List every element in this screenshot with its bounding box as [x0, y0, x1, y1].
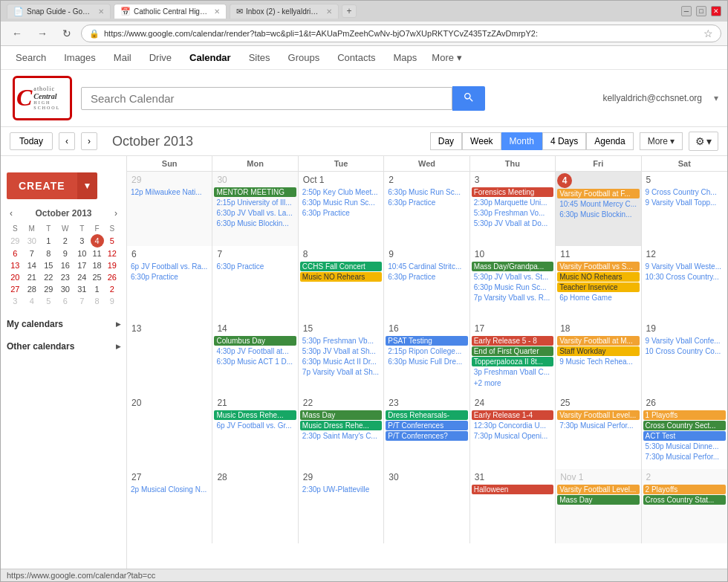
cell-date-number[interactable]: 26	[643, 396, 659, 410]
calendar-event[interactable]: 5:30p JV Vball at Do...	[472, 219, 553, 228]
mini-cal-date[interactable]: 8	[91, 295, 104, 307]
calendar-event[interactable]: 6:30p Practice	[386, 272, 467, 282]
search-input[interactable]	[81, 87, 452, 110]
mini-cal-title[interactable]: October 2013	[35, 208, 91, 219]
forward-button[interactable]: →	[32, 25, 53, 42]
back-button[interactable]: ←	[7, 25, 27, 42]
calendar-event[interactable]: Varsity Football vs S...	[557, 262, 639, 271]
google-nav-mail[interactable]: Mail	[111, 51, 134, 65]
google-nav-calendar[interactable]: Calendar	[186, 51, 234, 65]
calendar-event[interactable]: 6:30p Music ACT 1 D...	[214, 357, 296, 366]
calendar-event[interactable]: Mass Day	[300, 410, 382, 420]
mini-cal-date[interactable]: 1	[40, 234, 57, 248]
mini-cal-date[interactable]: 8	[40, 248, 57, 259]
calendar-event[interactable]: Music NO Rehears	[557, 272, 639, 282]
calendar-event[interactable]: 9 Varsity Vball Weste...	[643, 262, 726, 271]
view-day-button[interactable]: Day	[430, 132, 462, 150]
calendar-event[interactable]: 7:30p Musical Openi...	[472, 431, 553, 441]
mini-cal-date[interactable]: 2	[104, 283, 121, 295]
calendar-event[interactable]: 6p Home Game	[557, 293, 639, 303]
mini-cal-date[interactable]: 30	[24, 234, 41, 248]
calendar-event[interactable]: 6:30p Music Blockin...	[557, 210, 639, 219]
mini-cal-date[interactable]: 27	[7, 283, 24, 295]
settings-button[interactable]: ⚙ ▾	[689, 132, 718, 151]
calendar-event[interactable]: 6:30p Music Run Sc...	[386, 187, 467, 197]
calendar-event[interactable]: 2 Playoffs	[643, 485, 726, 494]
calendar-event[interactable]: 6:30p Music Run Sc...	[472, 282, 553, 292]
calendar-cell[interactable]: 17Early Release 5 - 8End of First Quarte…	[470, 320, 556, 395]
cell-date-number[interactable]: 11	[557, 248, 573, 261]
calendar-event[interactable]: 2p Musical Closing N...	[129, 485, 210, 494]
calendar-event[interactable]: End of First Quarter	[472, 346, 553, 356]
mini-cal-date[interactable]: 1	[91, 283, 104, 295]
google-nav-more[interactable]: More ▾	[432, 52, 461, 63]
calendar-cell[interactable]: 4Varsity Football at F...10:45 Mount Mer…	[556, 172, 641, 246]
mini-cal-date[interactable]: 20	[7, 271, 24, 283]
mini-cal-date[interactable]: 26	[104, 271, 121, 283]
calendar-cell[interactable]: 23Dress Rehearsals-P/T ConferencesP/T Co…	[384, 395, 469, 469]
tab-snap-guide[interactable]: 📄 Snap Guide - Google Drive ✕	[7, 4, 111, 19]
calendar-event[interactable]: Cross Country Sect...	[643, 421, 726, 430]
calendar-event[interactable]: 9 Music Tech Rehea...	[557, 357, 639, 366]
calendar-cell[interactable]: 66p JV Football vs. Ra...6:30p Practice	[127, 246, 212, 320]
cell-date-number[interactable]: 3	[472, 173, 483, 187]
mini-cal-date[interactable]: 3	[7, 295, 24, 307]
mini-cal-date[interactable]: 5	[40, 295, 57, 307]
calendar-cell[interactable]: 2912p Milwaukee Nati...	[127, 172, 212, 246]
calendar-event[interactable]: 9 Varsity Vball Topp...	[643, 198, 726, 207]
more-events-link[interactable]: +2 more	[472, 378, 504, 388]
calendar-event[interactable]: 2:50p Key Club Meet...	[300, 187, 382, 197]
calendar-event[interactable]: 9 Cross Country Ch...	[643, 187, 726, 197]
calendar-event[interactable]: Halloween	[472, 485, 553, 494]
calendar-cell[interactable]: 3Forensics Meeting2:30p Marquette Uni...…	[470, 172, 556, 246]
calendar-event[interactable]: Varsity Football Level...	[557, 485, 639, 494]
cell-date-number[interactable]: 28	[214, 471, 230, 484]
google-nav-contacts[interactable]: Contacts	[334, 51, 378, 65]
calendar-event[interactable]: 9 Varsity Vball Confe...	[643, 336, 726, 346]
calendar-cell[interactable]: 22Mass DayMusic Dress Rehe...2:30p Saint…	[299, 395, 384, 469]
calendar-event[interactable]: 5:30p JV Vball vs. St...	[472, 272, 553, 282]
calendar-cell[interactable]: Oct 12:50p Key Club Meet...6:30p Music R…	[299, 172, 384, 246]
new-tab-button[interactable]: +	[342, 4, 357, 18]
calendar-event[interactable]: 2:30p Marquette Uni...	[472, 198, 553, 207]
mini-cal-date[interactable]: 3	[74, 234, 91, 248]
calendar-event[interactable]: 6p JV Football vs. Ra...	[129, 262, 210, 271]
mini-cal-date[interactable]: 15	[40, 259, 57, 271]
calendar-event[interactable]: Music Dress Rehe...	[300, 421, 382, 430]
calendar-event[interactable]: 6:30p Music Run Sc...	[300, 198, 382, 207]
cell-date-number[interactable]: 9	[386, 248, 397, 261]
mini-cal-date[interactable]: 4	[24, 295, 41, 307]
tab-close-inbox[interactable]: ✕	[326, 7, 332, 16]
cell-date-number[interactable]: 16	[386, 322, 401, 335]
calendar-event[interactable]: PSAT Testing	[386, 336, 467, 346]
view-4days-button[interactable]: 4 Days	[542, 132, 586, 150]
calendar-event[interactable]: Cross Country Stat...	[643, 495, 726, 505]
cell-date-number[interactable]: Nov 1	[557, 471, 586, 484]
calendar-cell[interactable]: 261 PlayoffsCross Country Sect...ACT Tes…	[642, 395, 727, 469]
calendar-event[interactable]: 6:30p Practice	[386, 198, 467, 207]
cell-date-number[interactable]: 17	[472, 322, 487, 335]
calendar-cell[interactable]: 76:30p Practice	[212, 246, 298, 320]
mini-cal-date[interactable]: 18	[91, 259, 104, 271]
cell-date-number[interactable]: 24	[472, 396, 487, 410]
calendar-event[interactable]: 6:30p Music Act II Dr...	[300, 357, 382, 366]
minimize-button[interactable]: ─	[681, 6, 692, 16]
calendar-cell[interactable]: 8CCHS Fall ConcertMusic NO Rehears	[299, 246, 384, 320]
mini-cal-date[interactable]: 11	[91, 248, 104, 259]
calendar-event[interactable]: 6:30p Practice	[300, 208, 382, 218]
calendar-cell[interactable]: 31Halloween	[470, 469, 556, 543]
view-month-button[interactable]: Month	[501, 132, 542, 150]
today-button[interactable]: Today	[10, 132, 53, 150]
calendar-cell[interactable]: 24Early Release 1-412:30p Concordia U...…	[470, 395, 556, 469]
calendar-cell[interactable]: 30	[384, 469, 469, 543]
calendar-event[interactable]: Music Dress Rehe...	[214, 410, 296, 420]
calendar-event[interactable]: 6:30p Practice	[214, 262, 296, 271]
calendar-event[interactable]: P/T Conferences	[386, 421, 467, 430]
mini-cal-date[interactable]: 6	[57, 295, 74, 307]
calendar-event[interactable]: 4:30p JV Football at...	[214, 346, 296, 356]
cell-date-number[interactable]: 10	[472, 248, 487, 261]
calendar-event[interactable]: 12:30p Concordia U...	[472, 421, 553, 430]
view-week-button[interactable]: Week	[462, 132, 501, 150]
calendar-event[interactable]: 5:30p Musical Dinne...	[643, 442, 726, 451]
google-nav-images[interactable]: Images	[61, 51, 99, 65]
